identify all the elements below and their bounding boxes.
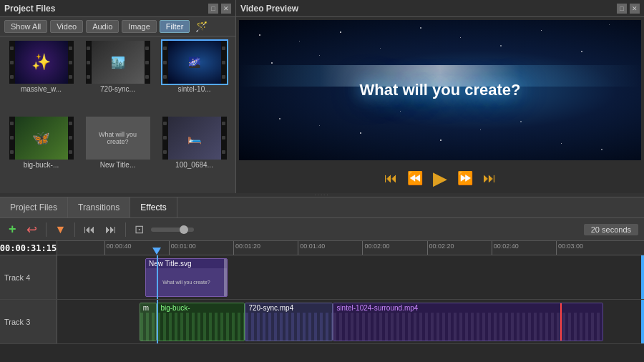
thumbnail-item-1[interactable]: 🏙️ 720-sync...	[81, 41, 155, 114]
filter-btn[interactable]: ▼	[52, 222, 69, 238]
film-hole	[163, 136, 167, 140]
timeline-tracks: Track 4 New Title.svg What will you crea…	[0, 255, 644, 362]
track3-right-indicator	[641, 300, 644, 343]
ruler-mark-1: 00:01:00	[169, 241, 196, 255]
rewind-btn[interactable]: ⏪	[406, 170, 424, 186]
fast-forward-btn[interactable]: ⏩	[456, 170, 474, 186]
film-hole	[10, 122, 14, 125]
film-holes-left-3	[9, 117, 15, 160]
preview-minimize-btn[interactable]: □	[617, 4, 627, 14]
tab-transitions[interactable]: Transitions	[68, 197, 130, 217]
preview-control-buttons: □ ✕	[617, 4, 640, 14]
film-hole	[10, 47, 14, 50]
film-hole	[222, 136, 225, 140]
playhead-triangle	[152, 248, 161, 255]
star	[279, 118, 280, 119]
star	[601, 149, 602, 150]
preview-close-btn[interactable]: ✕	[630, 4, 640, 14]
thumbnail-img-0: ✨	[9, 41, 74, 84]
film-holes-right-1	[145, 41, 150, 84]
star	[520, 121, 522, 122]
star	[259, 34, 260, 36]
film-hole	[69, 122, 72, 125]
undo-btn[interactable]: ↩	[24, 220, 40, 239]
timecode-cell: 00:00:31:15	[0, 241, 57, 255]
star	[609, 24, 610, 25]
tab-effects[interactable]: Effects	[130, 197, 177, 217]
thumbnail-item-3[interactable]: 🦋 big-buck-...	[4, 117, 78, 190]
film-hole	[69, 136, 72, 140]
clip-big-buck-title: big-buck-	[157, 303, 244, 313]
add-clip-btn[interactable]: +	[6, 220, 19, 238]
clip-m-title: m	[140, 303, 157, 313]
tab-project-files[interactable]: Project Files	[0, 197, 68, 217]
filter-wand-icon[interactable]: 🪄	[195, 21, 208, 32]
toolbar-separator-1	[46, 222, 47, 237]
time-display: 20 seconds	[584, 224, 638, 235]
thumbnail-item-4[interactable]: What will you create? New Title...	[81, 117, 155, 190]
clip-resize-right[interactable]	[224, 259, 227, 296]
track-content-3[interactable]: m big-buck- 720-sync.mp4 sintel-1024-sur…	[57, 300, 644, 343]
star	[380, 48, 381, 49]
thumb-bg-5: 🛏️	[168, 117, 221, 160]
thumbnail-img-2: 🌌	[162, 41, 227, 84]
project-files-panel: Project Files □ ✕ Show All Video Audio I…	[0, 0, 236, 193]
playhead-line-track3	[157, 300, 158, 343]
thumbnail-img-1: 🏙️	[86, 41, 150, 84]
film-hole	[10, 150, 14, 154]
ruler-row: 00:00:31:15 00:00:40 00:01:00 00:01:20 0…	[0, 241, 644, 255]
rewind-start-btn[interactable]: ⏮	[383, 170, 399, 186]
star	[480, 129, 481, 130]
filter-video-btn[interactable]: Video	[50, 20, 83, 33]
panel-close-btn[interactable]: ✕	[221, 4, 231, 14]
preview-title: Video Preview	[240, 4, 298, 14]
film-hole	[163, 150, 167, 154]
star	[299, 41, 300, 41]
tabs-row: Project Files Transitions Effects	[0, 197, 644, 218]
next-clip-btn[interactable]: ⏭	[102, 222, 119, 238]
thumbnail-label-4: New Title...	[100, 161, 135, 169]
panel-minimize-btn[interactable]: □	[208, 4, 218, 14]
filter-show-all-btn[interactable]: Show All	[4, 20, 47, 33]
clip-720sync[interactable]: 720-sync.mp4	[245, 303, 333, 341]
star	[561, 143, 562, 144]
preview-text: What will you create?	[360, 81, 521, 99]
zoom-slider[interactable]	[151, 228, 194, 232]
film-hole	[145, 61, 149, 64]
star	[420, 27, 421, 29]
film-holes-left-1	[86, 41, 92, 84]
filter-image-btn[interactable]: Image	[122, 20, 157, 33]
thumbnail-item-0[interactable]: ✨ massive_w...	[4, 41, 78, 114]
film-hole	[163, 61, 167, 64]
film-hole	[145, 47, 149, 50]
clip-m[interactable]: m	[140, 303, 157, 341]
playhead-ruler-indicator	[157, 241, 161, 255]
filter-filter-btn[interactable]: Filter	[160, 20, 190, 33]
clip-sintel[interactable]: sintel-1024-surround.mp4	[333, 303, 602, 341]
play-btn[interactable]: ▶	[431, 167, 449, 189]
filter-audio-btn[interactable]: Audio	[86, 20, 119, 33]
clip-720sync-title: 720-sync.mp4	[245, 303, 332, 313]
track-content-4[interactable]: New Title.svg What will you create?	[57, 255, 644, 299]
prev-clip-btn[interactable]: ⏮	[81, 222, 98, 238]
film-hole	[10, 75, 14, 79]
center-btn[interactable]: ⊡	[132, 221, 147, 238]
track-label-3: Track 3	[0, 300, 57, 343]
zoom-thumb	[180, 225, 188, 234]
clip-big-buck[interactable]: big-buck-	[157, 303, 245, 341]
thumbnail-item-2[interactable]: 🌌 sintel-10...	[157, 41, 231, 114]
ruler-mark-5: 00:02:20	[427, 241, 454, 255]
forward-end-btn[interactable]: ⏭	[482, 170, 497, 186]
sintel-red-marker	[560, 303, 562, 341]
ruler-mark-4: 00:02:00	[362, 241, 389, 255]
film-hole	[69, 75, 72, 79]
film-hole	[222, 150, 225, 154]
star	[500, 45, 502, 47]
preview-controls: ⏮ ⏪ ▶ ⏩ ⏭	[236, 163, 644, 193]
film-holes-right-0	[68, 41, 74, 84]
thumb-bg-1: 🏙️	[92, 41, 145, 84]
film-holes-left-5	[162, 117, 168, 160]
thumbnail-label-5: 100_0684...	[175, 161, 213, 169]
thumbnail-item-5[interactable]: 🛏️ 100_0684...	[157, 117, 231, 190]
film-holes-left-0	[9, 41, 15, 84]
